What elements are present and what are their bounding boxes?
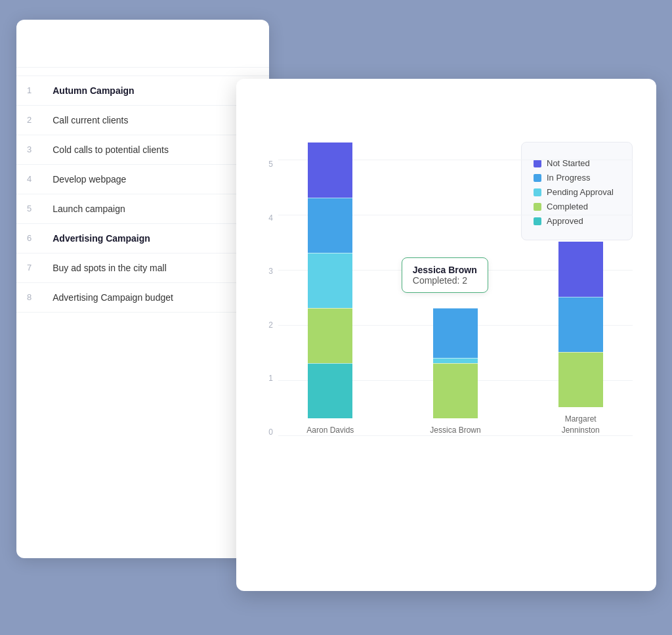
bar-segment xyxy=(433,363,478,418)
chart-tooltip: Jessica BrownCompleted: 2 xyxy=(402,257,488,293)
task-title: Advertising Campaign budget xyxy=(42,283,269,313)
bar-group[interactable]: Jessica Brown xyxy=(404,308,508,436)
tooltip-value: Completed: 2 xyxy=(413,275,477,286)
task-title: Advertising Campaign xyxy=(42,224,269,253)
y-tick: 0 xyxy=(260,428,273,436)
front-card: Not Started In Progress Pending Approval… xyxy=(236,79,656,591)
tooltip-name: Jessica Brown xyxy=(413,265,477,275)
bar-segment xyxy=(558,352,603,407)
back-card: 1 Autumn Campaign 2 Call current clients… xyxy=(16,20,269,558)
bar-x-label: Jessica Brown xyxy=(430,425,480,436)
y-tick: 2 xyxy=(260,321,273,329)
list-item[interactable]: 3 Cold calls to potential clients xyxy=(16,135,269,165)
task-num: 3 xyxy=(16,135,42,165)
bar-x-label: Margaret Jenninston xyxy=(562,414,600,436)
task-title: Call current clients xyxy=(42,106,269,135)
task-title: Buy ad spots in the city mall xyxy=(42,253,269,283)
bar-stack[interactable] xyxy=(433,308,478,418)
task-table: 1 Autumn Campaign 2 Call current clients… xyxy=(16,67,269,313)
task-num: 2 xyxy=(16,106,42,135)
task-num: 7 xyxy=(16,253,42,283)
task-num: 5 xyxy=(16,194,42,224)
task-num: 4 xyxy=(16,165,42,194)
bar-stack[interactable] xyxy=(558,242,603,407)
task-title: Autumn Campaign xyxy=(42,76,269,106)
bar-segment xyxy=(558,242,603,297)
y-tick: 1 xyxy=(260,374,273,382)
task-num: 6 xyxy=(16,224,42,253)
bar-segment xyxy=(308,142,352,198)
task-num: 1 xyxy=(16,76,42,106)
list-item[interactable]: 7 Buy ad spots in the city mall xyxy=(16,253,269,283)
bar-segment xyxy=(308,363,352,418)
chart-area: Not Started In Progress Pending Approval… xyxy=(260,121,633,502)
y-axis: 012345 xyxy=(260,160,273,436)
list-item[interactable]: 1 Autumn Campaign xyxy=(16,76,269,106)
y-tick: 3 xyxy=(260,267,273,275)
task-title: Develop webpage xyxy=(42,165,269,194)
task-num: 8 xyxy=(16,283,42,313)
task-title: Launch campaign xyxy=(42,194,269,224)
bar-segment xyxy=(308,253,352,308)
bar-segment xyxy=(308,308,352,363)
bar-segment xyxy=(308,198,352,253)
y-tick: 5 xyxy=(260,160,273,168)
bar-segment xyxy=(433,358,478,363)
table-header-title xyxy=(16,68,269,76)
list-item[interactable]: 6 Advertising Campaign xyxy=(16,224,269,253)
bar-x-label: Aaron Davids xyxy=(306,425,354,436)
bars-area: Aaron DavidsJessica BrownJessica BrownCo… xyxy=(278,160,633,436)
bar-group[interactable]: Margaret Jenninston xyxy=(528,242,633,436)
list-item[interactable]: 5 Launch campaign xyxy=(16,194,269,224)
list-item[interactable]: 8 Advertising Campaign budget xyxy=(16,283,269,313)
list-item[interactable]: 2 Call current clients xyxy=(16,106,269,135)
task-title: Cold calls to potential clients xyxy=(42,135,269,165)
bar-segment xyxy=(558,297,603,352)
bar-group[interactable]: Aaron Davids xyxy=(278,142,383,436)
group-by-row xyxy=(16,51,269,67)
bar-stack[interactable] xyxy=(308,142,352,418)
back-card-header xyxy=(16,20,269,51)
y-tick: 4 xyxy=(260,214,273,222)
list-item[interactable]: 4 Develop webpage xyxy=(16,165,269,194)
bar-segment xyxy=(433,308,478,358)
